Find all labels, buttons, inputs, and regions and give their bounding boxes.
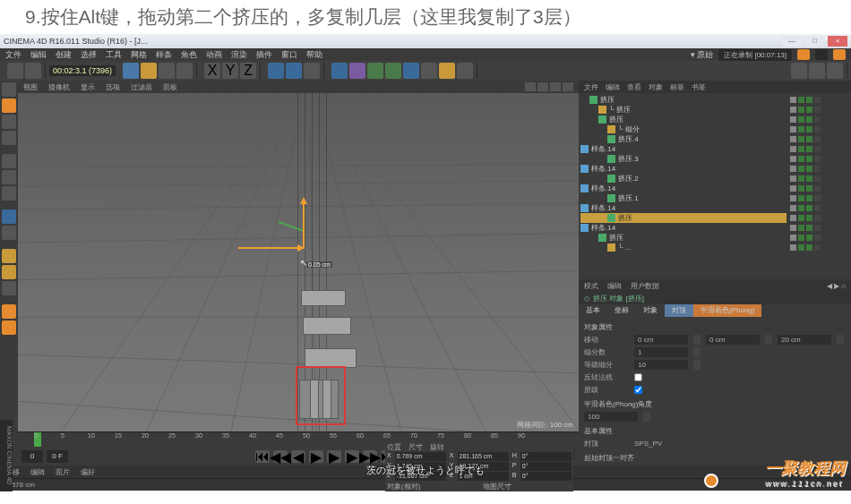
nurbs-icon[interactable] — [367, 63, 383, 79]
spinner-icon[interactable] — [837, 335, 844, 345]
tag-row[interactable] — [790, 115, 849, 124]
palette-2-icon[interactable] — [809, 63, 825, 79]
spinner-icon[interactable] — [693, 360, 701, 370]
tweak-mode-icon[interactable] — [2, 226, 16, 240]
play-back-icon[interactable]: ▶ — [309, 450, 323, 463]
spinner-icon[interactable] — [693, 347, 701, 357]
vp-options[interactable]: 选项 — [106, 82, 120, 92]
workplane-snap-icon[interactable] — [2, 281, 16, 295]
tag-row[interactable] — [790, 184, 849, 193]
tag-row[interactable] — [790, 154, 849, 164]
menu-mesh[interactable]: 网格 — [131, 49, 147, 61]
coord-b[interactable]: 0° — [520, 472, 572, 481]
phong-angle-input[interactable]: 100 — [584, 412, 638, 422]
tab-phong[interactable]: 平滑着色(Phong) — [693, 304, 761, 317]
snap-settings-icon[interactable] — [2, 265, 16, 279]
menu-edit[interactable]: 编辑 — [30, 49, 47, 61]
tag-row[interactable] — [790, 243, 849, 252]
attr-edit[interactable]: 编辑 — [607, 281, 622, 291]
coord-sx[interactable]: 281.165 cm — [458, 452, 509, 461]
vp-cameras[interactable]: 摄像机 — [48, 82, 70, 92]
palette-3-icon[interactable] — [827, 63, 843, 79]
tree-item[interactable]: 挤压.4 — [580, 134, 787, 144]
planar-workplane-icon[interactable] — [2, 320, 16, 335]
coord-h[interactable]: 0° — [520, 452, 572, 461]
tag-row[interactable] — [790, 193, 849, 203]
picture-viewer-icon[interactable] — [304, 63, 320, 79]
spinner-icon[interactable] — [643, 412, 650, 422]
tree-item[interactable]: └ 细分 — [580, 124, 787, 134]
play-fwd-icon[interactable]: ▶ — [327, 450, 341, 463]
coord-p[interactable]: 0° — [520, 462, 572, 471]
om-objects[interactable]: 对象 — [649, 82, 663, 92]
polygon-mode-icon[interactable] — [2, 186, 16, 201]
vp-nav-3-icon[interactable] — [550, 82, 561, 91]
tree-item[interactable]: └ 挤压 — [580, 105, 787, 115]
vp-nav-2-icon[interactable] — [537, 82, 548, 91]
om-tags[interactable]: 标签 — [670, 82, 684, 92]
menu-file[interactable]: 文件 — [5, 49, 21, 61]
vp-view[interactable]: 视图 — [23, 82, 38, 92]
move-y-input[interactable]: 0 cm — [706, 335, 760, 345]
prev-frame-icon[interactable]: ◀ — [291, 450, 305, 463]
frame-current-input[interactable]: 0 F — [47, 450, 68, 463]
tag-row[interactable] — [790, 144, 849, 154]
tab-basic[interactable]: 基本 — [579, 304, 607, 317]
menu-plugins[interactable]: 插件 — [256, 49, 272, 61]
menu-animate[interactable]: 动画 — [206, 49, 222, 61]
tag-row[interactable] — [790, 105, 849, 115]
tag-row[interactable] — [790, 203, 849, 213]
axis-z-toggle[interactable]: Z — [240, 63, 256, 79]
move-tool-icon[interactable] — [141, 63, 157, 79]
object-tree[interactable]: 挤压└ 挤压挤压└ 细分挤压.4样条.14挤压.3样条.14挤压.2样条.14挤… — [579, 93, 788, 279]
tag-row[interactable] — [790, 164, 849, 174]
make-editable-icon[interactable] — [2, 82, 16, 97]
vp-nav-4-icon[interactable] — [563, 82, 573, 91]
cube-primitive-icon[interactable] — [331, 63, 348, 79]
tree-item[interactable]: 挤压.3 — [580, 154, 787, 164]
edge-mode-icon[interactable] — [2, 170, 16, 184]
object-tags-column[interactable] — [788, 93, 851, 279]
render-settings-icon[interactable] — [286, 63, 302, 79]
tag-row[interactable] — [790, 124, 849, 134]
attr-mode[interactable]: 模式 — [584, 281, 598, 291]
axis-gizmo-x[interactable] — [238, 247, 301, 249]
move-z-input[interactable]: 20 cm — [778, 335, 831, 345]
layout-dropdown[interactable]: ▾ 原始 — [691, 49, 714, 61]
rotate-tool-icon[interactable] — [176, 63, 193, 79]
coord-tab-size[interactable]: 尺寸 — [408, 442, 423, 452]
tree-item[interactable]: 样条.14 — [580, 184, 787, 193]
model-mode-icon[interactable] — [2, 98, 16, 113]
vp-nav-1-icon[interactable] — [525, 82, 536, 91]
workplane-icon[interactable] — [2, 131, 16, 145]
tab-object[interactable]: 对象 — [636, 304, 665, 317]
tag-row[interactable] — [790, 223, 849, 233]
coord-mode-1[interactable]: 对象(相对) — [387, 482, 476, 491]
tree-item[interactable]: 样条.14 — [580, 223, 787, 233]
environment-icon[interactable] — [421, 63, 437, 79]
scale-tool-icon[interactable] — [159, 63, 175, 79]
tree-item[interactable]: 挤压 — [580, 213, 787, 223]
iso-input[interactable]: 10 — [634, 360, 688, 370]
point-mode-icon[interactable] — [2, 154, 16, 168]
om-view[interactable]: 查看 — [627, 82, 641, 92]
om-bookmarks[interactable]: 书签 — [692, 82, 706, 92]
axis-gizmo-y[interactable] — [303, 201, 305, 249]
array-icon[interactable] — [385, 63, 401, 79]
status-opt-2[interactable]: 面片 — [56, 467, 70, 477]
status-opt-3[interactable]: 偏好 — [81, 467, 95, 477]
tab-caps[interactable]: 封顶 — [665, 304, 693, 317]
vp-filter[interactable]: 过滤器 — [131, 82, 152, 92]
next-frame-icon[interactable]: ▶ — [345, 450, 359, 463]
pencil-icon[interactable] — [797, 49, 810, 60]
flipnorm-checkbox[interactable] — [634, 373, 642, 381]
menu-help[interactable]: 帮助 — [306, 49, 322, 61]
tree-item[interactable]: 样条.14 — [580, 164, 787, 174]
next-key-icon[interactable]: ▶▶ — [363, 450, 377, 463]
om-edit[interactable]: 编辑 — [606, 82, 620, 92]
snap-toggle-icon[interactable] — [2, 249, 16, 263]
subdiv-input[interactable]: 1 — [634, 347, 688, 357]
select-tool-icon[interactable] — [123, 63, 139, 79]
camera-icon[interactable] — [833, 49, 846, 60]
tree-item[interactable]: └ ... — [580, 243, 787, 252]
